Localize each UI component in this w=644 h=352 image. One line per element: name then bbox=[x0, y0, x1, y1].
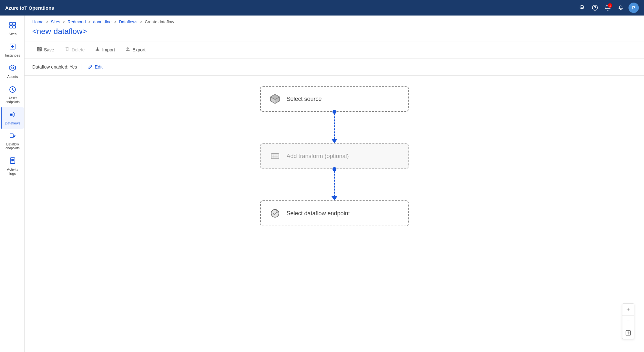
sidebar-item-instances-label: Instances bbox=[5, 53, 20, 58]
help-button[interactable] bbox=[590, 3, 600, 13]
edit-button[interactable]: Edit bbox=[85, 63, 105, 71]
transform-node-icon bbox=[269, 150, 281, 163]
topbar-icons: 1 P bbox=[577, 3, 639, 13]
sidebar-item-sites[interactable]: Sites bbox=[1, 18, 24, 39]
dataflows-icon bbox=[9, 111, 16, 120]
breadcrumb-sites[interactable]: Sites bbox=[51, 19, 60, 24]
notification-badge: 1 bbox=[608, 3, 612, 8]
transform-node[interactable]: Add transform (optional) bbox=[260, 143, 409, 169]
svg-marker-6 bbox=[10, 65, 15, 71]
app-body: Sites Instances Assets bbox=[0, 16, 644, 352]
app-title: Azure IoT Operations bbox=[5, 5, 577, 11]
sidebar-item-dataflows-label: Dataflows bbox=[5, 121, 20, 125]
save-label: Save bbox=[44, 47, 54, 52]
avatar[interactable]: P bbox=[629, 3, 639, 13]
status-bar: Dataflow enabled: Yes Edit bbox=[25, 59, 644, 76]
zoom-out-button[interactable]: − bbox=[622, 315, 634, 327]
endpoint-node-icon bbox=[269, 207, 281, 220]
connector-1 bbox=[331, 112, 338, 143]
zoom-controls: + − bbox=[622, 304, 634, 339]
breadcrumb-redmond[interactable]: Redmond bbox=[67, 19, 86, 24]
save-button[interactable]: Save bbox=[32, 45, 59, 55]
import-button[interactable]: Import bbox=[90, 45, 119, 55]
connector-line-2 bbox=[334, 171, 335, 197]
svg-rect-3 bbox=[10, 26, 12, 28]
import-icon bbox=[95, 47, 100, 53]
svg-point-16 bbox=[276, 210, 278, 212]
topbar: Azure IoT Operations 1 bbox=[0, 0, 644, 16]
svg-rect-9 bbox=[10, 134, 13, 138]
instances-icon bbox=[9, 43, 16, 52]
svg-rect-2 bbox=[13, 22, 15, 25]
flow-canvas: Select source Add transform (optional) bbox=[25, 76, 644, 270]
settings-button[interactable] bbox=[577, 3, 587, 13]
bell-button[interactable] bbox=[616, 3, 626, 13]
activity-logs-icon bbox=[9, 157, 16, 166]
zoom-in-button[interactable]: + bbox=[622, 304, 634, 315]
delete-label: Delete bbox=[72, 47, 85, 52]
edit-label: Edit bbox=[95, 64, 103, 69]
sidebar-item-asset-endpoints[interactable]: Asset endpoints bbox=[1, 82, 24, 107]
sidebar-item-instances[interactable]: Instances bbox=[1, 39, 24, 61]
svg-point-7 bbox=[12, 67, 14, 69]
breadcrumb-home[interactable]: Home bbox=[32, 19, 44, 24]
source-node[interactable]: Select source bbox=[260, 86, 409, 112]
delete-button[interactable]: Delete bbox=[60, 45, 89, 55]
status-divider bbox=[81, 64, 81, 70]
svg-rect-1 bbox=[10, 22, 12, 25]
sidebar-item-activity-logs[interactable]: Activity logs bbox=[1, 154, 24, 179]
breadcrumb: Home > Sites > Redmond > donut-line > Da… bbox=[25, 16, 644, 26]
source-node-label: Select source bbox=[287, 96, 322, 102]
breadcrumb-donut-line[interactable]: donut-line bbox=[93, 19, 112, 24]
notifications-button[interactable]: 1 bbox=[603, 3, 613, 13]
sidebar-item-dataflow-endpoints-label: Dataflow endpoints bbox=[4, 143, 21, 150]
transform-node-label: Add transform (optional) bbox=[287, 153, 349, 160]
sites-icon bbox=[9, 21, 16, 31]
sidebar-item-asset-endpoints-label: Asset endpoints bbox=[4, 96, 21, 104]
connector-dot-1 bbox=[332, 110, 336, 114]
dataflow-status: Dataflow enabled: Yes bbox=[32, 64, 77, 69]
sidebar-item-activity-logs-label: Activity logs bbox=[4, 167, 21, 176]
sidebar-item-sites-label: Sites bbox=[9, 32, 16, 36]
main-content: Home > Sites > Redmond > donut-line > Da… bbox=[25, 16, 644, 352]
breadcrumb-dataflows[interactable]: Dataflows bbox=[119, 19, 137, 24]
dataflow-endpoints-icon bbox=[9, 132, 16, 142]
zoom-fit-button[interactable] bbox=[622, 327, 634, 339]
import-label: Import bbox=[102, 47, 115, 52]
sidebar: Sites Instances Assets bbox=[0, 16, 25, 352]
assets-icon bbox=[9, 64, 16, 74]
connector-arrow-2 bbox=[331, 196, 338, 200]
connector-line-1 bbox=[334, 113, 335, 139]
breadcrumb-current: Create dataflow bbox=[145, 19, 174, 24]
delete-icon bbox=[65, 47, 70, 53]
svg-point-0 bbox=[592, 5, 598, 10]
source-node-icon bbox=[269, 92, 281, 105]
export-icon bbox=[125, 47, 130, 53]
connector-arrow-1 bbox=[331, 139, 338, 143]
svg-rect-4 bbox=[13, 26, 15, 28]
toolbar: Save Delete Import bbox=[25, 41, 644, 59]
sidebar-item-assets-label: Assets bbox=[7, 75, 18, 79]
connector-2 bbox=[331, 169, 338, 200]
endpoint-node-label: Select dataflow endpoint bbox=[287, 210, 350, 217]
export-label: Export bbox=[132, 47, 145, 52]
sidebar-item-dataflows[interactable]: Dataflows bbox=[1, 107, 24, 129]
connector-dot-2 bbox=[332, 167, 336, 171]
endpoint-node[interactable]: Select dataflow endpoint bbox=[260, 200, 409, 226]
save-icon bbox=[37, 47, 42, 53]
asset-endpoints-icon bbox=[9, 86, 16, 95]
sidebar-item-dataflow-endpoints[interactable]: Dataflow endpoints bbox=[1, 129, 24, 154]
export-button[interactable]: Export bbox=[121, 45, 150, 55]
page-title: <new-dataflow> bbox=[25, 26, 644, 41]
sidebar-item-assets[interactable]: Assets bbox=[1, 61, 24, 82]
svg-rect-13 bbox=[38, 49, 41, 51]
